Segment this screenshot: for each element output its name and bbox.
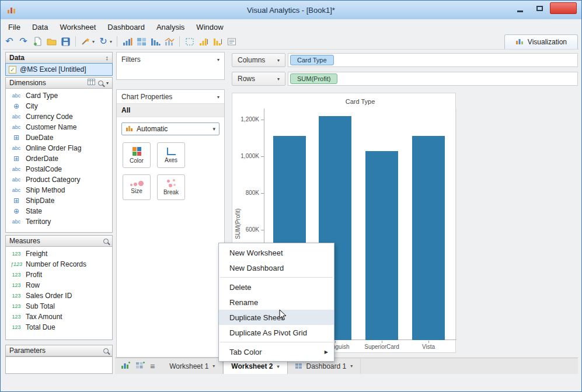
dimension-item[interactable]: ⊞DueDate [6, 132, 112, 143]
sheet-list-icon[interactable]: ≡ [150, 362, 155, 370]
measure-item[interactable]: 123Freight [6, 249, 112, 259]
table-icon[interactable] [88, 79, 95, 87]
rows-shelf[interactable]: SUM(Profit) [288, 72, 578, 86]
columns-dropdown-icon[interactable]: ▾ [277, 58, 280, 63]
color-button[interactable]: Color [123, 142, 151, 168]
tab-dropdown-icon[interactable]: ▾ [277, 364, 279, 369]
number-icon: 123 [9, 272, 23, 278]
dimension-item[interactable]: abcCustomer Name [6, 122, 112, 132]
dimension-label: State [26, 207, 42, 215]
size-button[interactable]: Size [123, 174, 151, 200]
measure-item[interactable]: 123Tax Amount [6, 312, 112, 322]
menu-item-new-dashboard[interactable]: New Dashboard [219, 260, 334, 275]
dimension-item[interactable]: abcCard Type [6, 90, 112, 101]
dimension-item[interactable]: abcProduct Category [6, 174, 112, 185]
measure-item[interactable]: 123Profit [6, 270, 112, 280]
undo-icon[interactable]: ↶ [3, 35, 16, 48]
wand-icon[interactable] [79, 35, 92, 48]
measure-item[interactable]: 123Row [6, 280, 112, 290]
refresh-icon[interactable]: ↻ [97, 35, 110, 48]
dimension-item[interactable]: ⊞ShipDate [6, 195, 112, 206]
columns-shelf[interactable]: Card Type [288, 53, 578, 67]
measure-item[interactable]: 123Sub Total [6, 301, 112, 312]
measure-label: Sub Total [26, 302, 55, 310]
wand-dropdown-icon[interactable]: ▾ [92, 39, 95, 44]
columns-shelf-label[interactable]: Columns ▾ [232, 53, 285, 67]
dimension-item[interactable]: abcTerritory [6, 216, 112, 227]
menu-item-delete[interactable]: Delete [219, 279, 334, 295]
pill-card-type[interactable]: Card Type [290, 55, 334, 65]
open-icon[interactable] [45, 35, 58, 48]
combo-chart-icon[interactable] [163, 35, 176, 48]
tab-worksheet-1[interactable]: Worksheet 1▾ [162, 358, 223, 374]
menu-file[interactable]: File [3, 20, 26, 34]
axes-button[interactable]: Axes [157, 142, 185, 168]
selection-icon[interactable] [183, 35, 196, 48]
tab-dropdown-icon[interactable]: ▾ [350, 363, 353, 369]
menu-item-duplicate-as-pivot-grid[interactable]: Duplicate As Pivot Grid [219, 325, 334, 340]
sort-descending-icon[interactable] [211, 35, 224, 48]
labels-icon[interactable] [225, 35, 238, 48]
chart-bar[interactable] [412, 136, 445, 340]
app-window: Visual Analytics - [Book1]* FileDataWork… [0, 0, 582, 392]
data-source-label: @MS Excel [Untitled] [20, 65, 86, 74]
measure-item[interactable]: 123Sales Order ID [6, 290, 112, 301]
data-source-item[interactable]: ✓ @MS Excel [Untitled] [5, 63, 113, 76]
save-icon[interactable] [59, 35, 72, 48]
close-button[interactable] [550, 2, 577, 14]
chart-bar[interactable] [365, 151, 398, 340]
rows-shelf-label[interactable]: Rows ▾ [232, 72, 285, 86]
measure-item[interactable]: ƒ123Number of Records [6, 259, 112, 270]
sorted-chart-icon[interactable] [149, 35, 162, 48]
new-workbook-icon[interactable] [31, 35, 44, 48]
search-icon[interactable] [98, 80, 103, 86]
menu-window[interactable]: Window [191, 20, 228, 34]
data-panel-header: Data ↕ [5, 52, 113, 64]
tab-dropdown-icon[interactable]: ▾ [212, 363, 215, 369]
refresh-dropdown-icon[interactable]: ▾ [110, 39, 112, 44]
bar-chart-icon[interactable] [121, 35, 134, 48]
dimension-item[interactable]: abcOnline Order Flag [6, 143, 112, 153]
pill-sum-profit-[interactable]: SUM(Profit) [290, 74, 337, 84]
tab-visualization[interactable]: Visualization [504, 34, 578, 49]
filters-dropdown-icon[interactable]: ▾ [217, 57, 219, 62]
dimension-item[interactable]: ⊕City [6, 101, 112, 111]
menu-worksheet[interactable]: Worksheet [54, 20, 101, 34]
minimize-button[interactable] [511, 2, 529, 14]
grid-chart-icon[interactable] [135, 35, 148, 48]
menu-item-duplicate-sheet[interactable]: Duplicate Sheet [219, 310, 334, 325]
chart-properties-panel: Chart Properties ▾ All Automatic ▾ Color… [116, 89, 225, 358]
dimension-item[interactable]: ⊕State [6, 206, 112, 216]
dimension-item[interactable]: abcPostalCode [6, 164, 112, 174]
menu-item-rename[interactable]: Rename [219, 295, 334, 310]
search-icon[interactable] [103, 239, 109, 244]
dimension-label: Card Type [26, 92, 58, 100]
menu-item-tab-color[interactable]: Tab Color▶ [219, 344, 334, 359]
dimension-item[interactable]: abcShip Method [6, 185, 112, 195]
measure-item[interactable]: 123Total Due [6, 322, 112, 332]
menu-dashboard[interactable]: Dashboard [102, 20, 150, 34]
x-axis-tick [335, 341, 336, 343]
scope-row[interactable]: All [117, 103, 224, 117]
add-dashboard-icon[interactable] [135, 361, 145, 372]
maximize-button[interactable] [531, 2, 548, 14]
size-icon [130, 181, 144, 186]
mark-type-icon [126, 125, 133, 134]
collapse-icon[interactable]: ↕ [106, 54, 109, 61]
menu-item-new-worksheet[interactable]: New Worksheet [219, 245, 334, 260]
rows-dropdown-icon[interactable]: ▾ [277, 76, 280, 82]
add-worksheet-icon[interactable] [121, 361, 130, 372]
dimension-item[interactable]: ⊞OrderDate [6, 153, 112, 164]
chart-properties-dropdown-icon[interactable]: ▾ [217, 94, 219, 100]
break-button[interactable]: Break [157, 174, 185, 200]
menu-analysis[interactable]: Analysis [151, 20, 190, 34]
dimension-item[interactable]: abcCurrency Code [6, 111, 112, 122]
sort-ascending-icon[interactable] [197, 35, 210, 48]
search-icon[interactable] [103, 348, 109, 354]
abc-icon: abc [9, 177, 23, 183]
mark-type-select[interactable]: Automatic ▾ [121, 123, 219, 135]
dimensions-dropdown-icon[interactable]: ▾ [106, 80, 109, 86]
menu-item-label: Tab Color [229, 348, 262, 356]
menu-data[interactable]: Data [27, 20, 53, 34]
redo-icon[interactable]: ↷ [17, 35, 30, 48]
